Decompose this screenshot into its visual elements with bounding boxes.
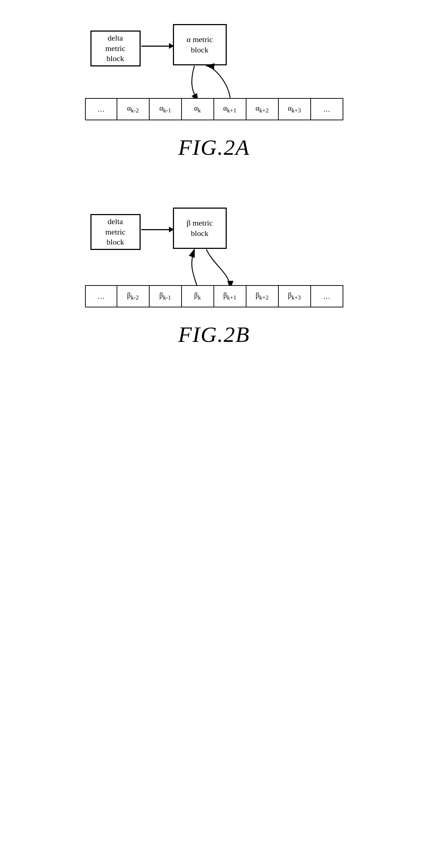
alpha-block-label: α metricblock: [187, 34, 213, 55]
mem-cell-dots-right-a: …: [311, 98, 343, 120]
arrow-to-alpha-k: [192, 66, 198, 102]
mem-cell-a-k: αk: [182, 98, 214, 120]
arrow-delta-alpha: [141, 46, 174, 47]
arrow-to-beta-k1: [206, 249, 230, 289]
mem-cell-dots-left-b: …: [85, 285, 117, 307]
mem-cell-b-k-2: βk-2: [117, 285, 150, 307]
mem-cell-b-k-1: βk-1: [150, 285, 182, 307]
fig2b-label: FIG.2B: [178, 322, 250, 347]
delta-metric-block-b: deltametricblock: [90, 214, 141, 250]
mem-cell-a-k1: αk+1: [214, 98, 246, 120]
arrow-from-alpha-k1: [206, 66, 230, 102]
mem-cell-a-k-1: αk-1: [150, 98, 182, 120]
arrow-from-beta-k: [192, 249, 198, 289]
fig2a-diagram: deltametricblock α metricblock: [71, 20, 358, 124]
mem-cell-b-k1: βk+1: [214, 285, 246, 307]
mem-cell-a-k-2: αk-2: [117, 98, 150, 120]
delta-block-label-b: deltametricblock: [105, 217, 125, 247]
fig2b-section: deltametricblock β metricblock: [0, 160, 428, 347]
mem-cell-a-k2: αk+2: [246, 98, 279, 120]
fig2b-diagram: deltametricblock β metricblock: [71, 203, 358, 311]
beta-memory-row: … βk-2 βk-1 βk βk+1 βk+2 βk+3: [71, 285, 358, 307]
fig2a-section: deltametricblock α metricblock: [0, 0, 428, 160]
mem-cell-b-k3: βk+3: [279, 285, 311, 307]
mem-cell-dots-left-a: …: [85, 98, 117, 120]
fig2a-label: FIG.2A: [178, 135, 250, 160]
page: deltametricblock α metricblock: [0, 0, 428, 868]
mem-cell-dots-right-b: …: [311, 285, 343, 307]
mem-cell-b-k2: βk+2: [246, 285, 279, 307]
delta-block-label-a: deltametricblock: [105, 33, 125, 64]
alpha-metric-block: α metricblock: [173, 24, 227, 65]
mem-cell-a-k3: αk+3: [279, 98, 311, 120]
beta-metric-block: β metricblock: [173, 208, 227, 249]
mem-cell-b-k: βk: [182, 285, 214, 307]
beta-block-label: β metricblock: [187, 218, 213, 238]
delta-metric-block-a: deltametricblock: [90, 31, 141, 66]
arrow-delta-beta: [141, 229, 174, 230]
alpha-memory-row: … αk-2 αk-1 αk αk+1 αk+2 αk+3: [71, 98, 358, 120]
